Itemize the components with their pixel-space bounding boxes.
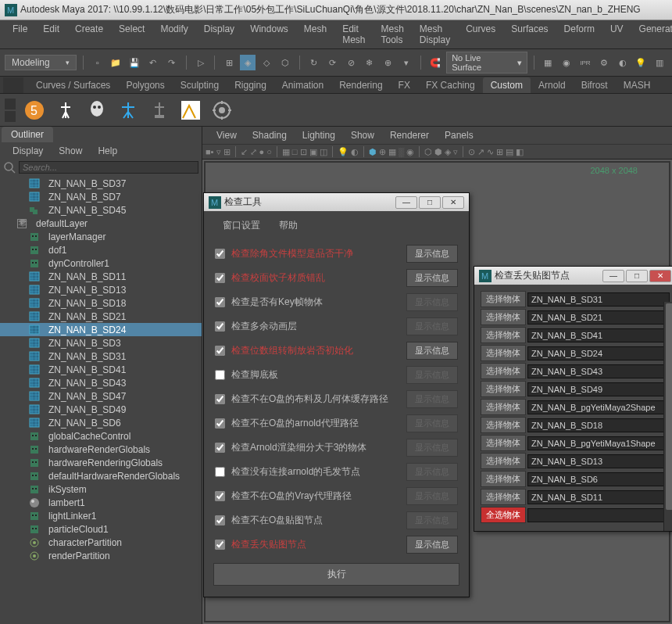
menu-windows[interactable]: Windows (242, 22, 296, 47)
shelf-tab-polygons[interactable]: Polygons (118, 77, 172, 93)
shelf-tab-arnold[interactable]: Arnold (531, 77, 574, 93)
outliner-item[interactable]: ZN_NAN_B_SD47 (0, 389, 202, 403)
close-button[interactable]: ✕ (442, 196, 464, 209)
shelf-item-7[interactable] (209, 98, 234, 123)
vp-icon[interactable]: ▣ (309, 147, 317, 157)
dialog-title-bar[interactable]: M 检查丢失贴图节点 — □ ✕ (474, 267, 672, 285)
shelf-tab-animation[interactable]: Animation (274, 77, 331, 93)
minimize-button[interactable]: — (602, 270, 624, 282)
viewport-menu-renderer[interactable]: Renderer (382, 128, 437, 142)
outliner-item[interactable]: layerManager (0, 230, 202, 243)
object-name-field[interactable] (527, 400, 670, 414)
new-scene-icon[interactable]: ▫ (90, 55, 105, 70)
outliner-item[interactable]: ZN_NAN_B_SD24 (0, 323, 202, 336)
outliner-item[interactable]: dynController1 (0, 256, 202, 270)
check-checkbox[interactable] (215, 273, 225, 283)
shelf-tab-sculpting[interactable]: Sculpting (173, 77, 227, 93)
check-checkbox[interactable] (215, 418, 225, 429)
dropdown-icon[interactable]: ▾ (399, 55, 415, 70)
menu-mesh-display[interactable]: Mesh Display (412, 22, 458, 47)
outliner-item[interactable]: ZN_NAN_B_SD13 (0, 283, 202, 296)
snap-plane-icon[interactable]: ⬡ (277, 55, 293, 70)
dialog-title-bar[interactable]: M 检查工具 — □ ✕ (204, 193, 469, 211)
menu-curves[interactable]: Curves (458, 22, 503, 47)
check-checkbox[interactable] (215, 515, 225, 525)
object-name-field[interactable] (527, 472, 670, 486)
open-scene-icon[interactable]: 📁 (108, 55, 123, 70)
select-object-button[interactable]: 选择物体 (481, 489, 526, 505)
select-object-button[interactable]: 选择物体 (481, 417, 526, 433)
vp-icon[interactable]: ◈ (445, 147, 451, 157)
object-name-field[interactable] (527, 382, 670, 396)
check-checkbox[interactable] (215, 467, 225, 477)
history-icon[interactable]: ↻ (306, 55, 322, 70)
menu-deform[interactable]: Deform (556, 22, 602, 47)
vp-icon[interactable]: ▿ (453, 147, 458, 157)
object-name-field[interactable] (527, 310, 670, 325)
menu-generate[interactable]: Generate (631, 22, 672, 47)
shelf-item-6[interactable] (178, 98, 203, 123)
vp-icon[interactable]: ▦ (282, 147, 290, 157)
save-scene-icon[interactable]: 💾 (127, 55, 142, 70)
show-info-button[interactable]: 显示信息 (406, 342, 458, 360)
outliner-item[interactable]: particleCloud1 (0, 522, 202, 536)
maximize-button[interactable]: □ (626, 270, 648, 282)
shelf-tab-rendering[interactable]: Rendering (331, 77, 390, 93)
check-checkbox[interactable] (215, 297, 225, 307)
viewport-menu-lighting[interactable]: Lighting (295, 128, 343, 142)
vp-icon[interactable]: ↙ (241, 147, 248, 157)
vp-icon[interactable]: ○ (266, 147, 272, 156)
render-icon[interactable]: ◉ (559, 55, 574, 70)
light-editor-icon[interactable]: 💡 (633, 55, 649, 70)
construction-history-icon[interactable]: ⟳ (324, 55, 340, 70)
vp-icon[interactable]: ░ (399, 147, 405, 156)
shelf-tab-rigging[interactable]: Rigging (227, 77, 274, 93)
outliner-item[interactable]: defaultHardwareRenderGlobals (0, 469, 202, 482)
shelf-tab-fx[interactable]: FX (391, 77, 418, 93)
shelf-tab-fx-caching[interactable]: FX Caching (418, 77, 483, 93)
vp-icon[interactable]: ▿ (216, 147, 221, 157)
outliner-item[interactable]: characterPartition (0, 536, 202, 549)
outliner-item[interactable]: ZN_NAN_B_SD31 (0, 350, 202, 363)
outliner-item[interactable]: +defaultLayer (0, 217, 202, 230)
menu-file[interactable]: File (5, 22, 35, 47)
outliner-item[interactable]: ikSystem (0, 482, 202, 496)
menu-edit-mesh[interactable]: Edit Mesh (334, 22, 373, 47)
outliner-item[interactable]: lambert1 (0, 496, 202, 509)
vp-icon[interactable]: ⊕ (379, 147, 386, 157)
panel-icon[interactable]: ▥ (652, 55, 667, 70)
vp-icon[interactable]: □ (292, 147, 298, 156)
render-settings-icon[interactable]: ⚙ (596, 55, 612, 70)
menu-modify[interactable]: Modify (152, 22, 195, 47)
check-menu-item[interactable]: 窗口设置 (213, 217, 270, 234)
render-view-icon[interactable]: ▦ (540, 55, 556, 70)
scrollbar[interactable] (663, 302, 672, 531)
outliner-menu-show[interactable]: Show (51, 144, 90, 158)
show-info-button[interactable]: 显示信息 (406, 269, 458, 287)
viewport-menu-show[interactable]: Show (343, 128, 382, 142)
select-object-button[interactable]: 选择物体 (481, 399, 526, 415)
vp-icon[interactable]: ⬢ (369, 147, 377, 157)
select-object-button[interactable]: 选择物体 (481, 309, 526, 325)
vp-icon[interactable]: ⬢ (434, 147, 442, 157)
menu-mesh[interactable]: Mesh (296, 22, 334, 47)
vp-icon[interactable]: ⊡ (300, 147, 307, 157)
check-checkbox[interactable] (215, 540, 225, 550)
snap-point-icon[interactable]: ◇ (259, 55, 274, 70)
check-checkbox[interactable] (215, 370, 225, 380)
snap-curve-icon[interactable]: ◈ (240, 55, 256, 70)
search-icon[interactable] (3, 161, 16, 174)
outliner-item[interactable]: dof1 (0, 243, 202, 256)
magnet-icon[interactable]: 🧲 (427, 55, 443, 70)
select-object-button[interactable]: 选择物体 (481, 363, 526, 379)
menu-select[interactable]: Select (111, 22, 152, 47)
outliner-item[interactable]: hardwareRenderingGlobals (0, 456, 202, 469)
outliner-tree[interactable]: ZN_NAN_B_SD37ZN_NAN_B_SD7ZN_NAN_B_SD45+d… (0, 175, 202, 564)
select-object-button[interactable]: 选择物体 (481, 327, 526, 343)
outliner-menu-help[interactable]: Help (90, 144, 125, 158)
outliner-item[interactable]: globalCacheControl (0, 429, 202, 443)
check-menu-item[interactable]: 帮助 (270, 217, 307, 234)
object-name-field[interactable] (527, 364, 670, 378)
object-name-field[interactable] (527, 436, 670, 450)
outliner-menu-display[interactable]: Display (5, 144, 51, 158)
